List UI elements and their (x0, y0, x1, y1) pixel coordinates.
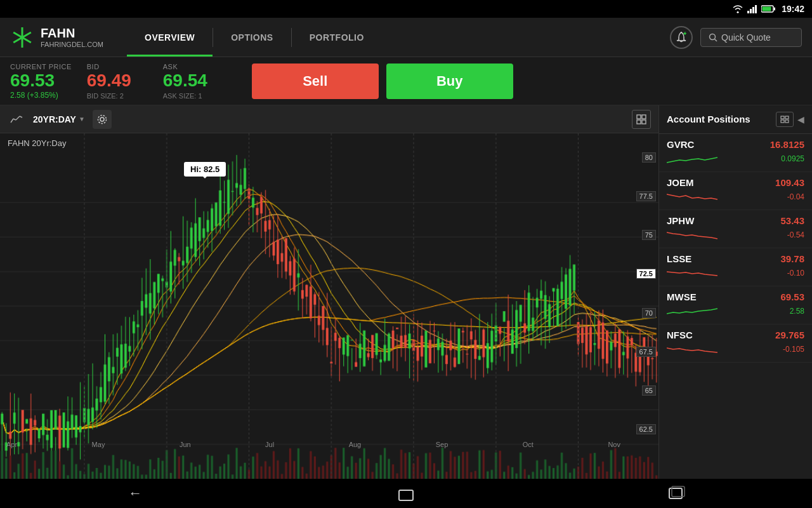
position-item[interactable]: NFSC 29.765 -0.105 (659, 324, 812, 363)
current-price-value: 69.53 (10, 70, 72, 91)
bid-section: BID 69.49 BID SIZE: 2 (87, 63, 163, 100)
position-price: 69.53 (780, 291, 804, 302)
bid-value: 69.49 (87, 70, 148, 91)
date-sep: Sep (436, 441, 449, 448)
svg-line-15 (11, 119, 13, 123)
svg-rect-21 (637, 115, 641, 119)
position-price: 16.8125 (770, 139, 804, 150)
scale-70: 70 (642, 308, 656, 318)
position-mini-chart (667, 265, 717, 281)
sidebar-expand-button[interactable] (776, 112, 794, 127)
wifi-icon (732, 4, 743, 13)
position-price: 53.43 (780, 215, 804, 226)
bell-icon: + (676, 32, 686, 43)
sidebar-collapse-icon[interactable]: ◀ (797, 114, 804, 124)
home-button[interactable] (390, 482, 422, 505)
bid-size: BID SIZE: 2 (87, 92, 148, 100)
ask-label: ASK (163, 63, 224, 70)
svg-point-20 (98, 115, 106, 123)
main-content: 20YR:DAY ▼ FAHN 20Yr:Day (0, 105, 812, 479)
chart-settings-button[interactable] (93, 110, 112, 129)
position-symbol: LSSE (667, 253, 691, 264)
date-may: May (92, 441, 105, 448)
date-jun: Jun (180, 441, 191, 448)
position-change: 0.0925 (781, 154, 804, 163)
position-change: 2.58 (790, 307, 804, 316)
price-bar: CURRENT PRICE 69.53 2.58 (+3.85%) BID 69… (0, 57, 812, 105)
svg-point-13 (710, 34, 716, 39)
logo-text: FAHN FAHRINGDEL.COM (41, 26, 103, 48)
position-price: 109.43 (775, 177, 804, 188)
status-icons: 19:42 (732, 4, 804, 14)
svg-rect-27 (781, 120, 784, 123)
svg-rect-26 (785, 116, 789, 119)
scale-77.5: 77.5 (636, 191, 656, 201)
svg-line-18 (20, 116, 22, 117)
scale-72.5: 72.5 (636, 269, 656, 279)
svg-rect-2 (752, 7, 754, 13)
logo-title: FAHN (41, 26, 103, 41)
trade-buttons: Sell Buy (252, 64, 802, 99)
current-price-change: 2.58 (+3.85%) (10, 91, 72, 100)
position-item[interactable]: JOEM 109.43 -0.04 (659, 172, 812, 210)
notifications-button[interactable]: + (670, 26, 693, 49)
chart-toolbar: 20YR:DAY ▼ (0, 105, 658, 133)
logo-subtitle: FAHRINGDEL.COM (41, 41, 103, 48)
chart-period-selector[interactable]: 20YR:DAY ▼ (33, 114, 85, 124)
position-mini-chart (667, 227, 717, 243)
svg-rect-0 (747, 11, 749, 13)
chart-type-icon (8, 110, 25, 128)
tab-portfolio[interactable]: PORTFOLIO (292, 18, 382, 57)
svg-rect-23 (637, 120, 641, 124)
tab-overview[interactable]: OVERVIEW (127, 18, 213, 57)
period-chevron-icon: ▼ (79, 116, 85, 123)
svg-line-17 (16, 116, 20, 120)
sell-button[interactable]: Sell (252, 64, 379, 99)
scale-75: 75 (642, 230, 656, 240)
position-mini-chart (667, 151, 717, 166)
date-aug: Aug (349, 441, 362, 448)
chart-area: 20YR:DAY ▼ FAHN 20Yr:Day (0, 105, 658, 479)
position-mini-chart (667, 304, 717, 319)
recent-apps-button[interactable] (661, 482, 693, 505)
bid-label: BID (87, 63, 148, 70)
svg-rect-29 (399, 490, 413, 500)
expand-icon (636, 114, 646, 124)
chart-container[interactable]: FAHN 20Yr:Day Hi: 82.5 80 77.5 75 72.5 7… (0, 133, 658, 479)
svg-rect-3 (755, 5, 757, 13)
position-item[interactable]: GVRC 16.8125 0.0925 (659, 134, 812, 172)
back-button[interactable]: ← (119, 482, 151, 505)
svg-point-19 (100, 117, 104, 121)
position-symbol: GVRC (667, 139, 694, 150)
svg-rect-25 (781, 116, 784, 119)
position-symbol: JOEM (667, 177, 694, 188)
quick-quote-label: Quick Quote (721, 32, 771, 43)
svg-rect-22 (642, 115, 646, 119)
status-bar: 19:42 (0, 0, 812, 18)
price-chart[interactable] (0, 133, 658, 479)
position-change: -0.105 (783, 345, 804, 354)
position-item[interactable]: MWSE 69.53 2.58 (659, 286, 812, 324)
tab-options[interactable]: OPTIONS (213, 18, 291, 57)
sidebar: Account Positions ◀ GVRC 16.8125 (658, 105, 812, 479)
position-price: 29.765 (775, 330, 804, 340)
chart-expand-button[interactable] (632, 110, 651, 129)
scale-62.5: 62.5 (636, 424, 656, 434)
position-item[interactable]: LSSE 39.78 -0.10 (659, 248, 812, 286)
ask-value: 69.54 (163, 70, 224, 91)
sidebar-header: Account Positions ◀ (659, 105, 812, 134)
bottom-nav: ← (0, 479, 812, 508)
date-jul: Jul (265, 441, 274, 448)
position-mini-chart (667, 342, 717, 357)
quick-quote-input[interactable]: Quick Quote (700, 28, 802, 47)
position-price: 39.78 (780, 253, 804, 264)
position-symbol: JPHW (667, 215, 694, 226)
price-tooltip: Hi: 82.5 (184, 162, 226, 177)
svg-rect-28 (785, 120, 789, 123)
position-item[interactable]: JPHW 53.43 -0.54 (659, 210, 812, 248)
date-axis: Apr May Jun Jul Aug Sep Oct Nov (0, 437, 627, 452)
signal-icon (747, 4, 757, 13)
current-price-section: CURRENT PRICE 69.53 2.58 (+3.85%) (10, 63, 87, 100)
buy-button[interactable]: Buy (386, 64, 513, 99)
date-apr: Apr (6, 441, 17, 448)
